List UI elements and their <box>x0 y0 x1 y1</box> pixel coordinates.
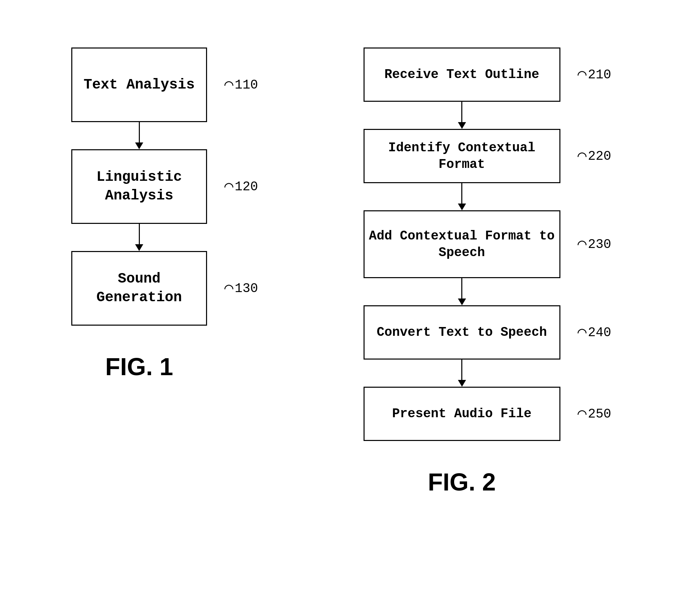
sound-generation-label: Sound Generation <box>72 270 206 307</box>
fig1-section: Text Analysis ⌒ 110 Linguistic Analysis … <box>20 27 258 596</box>
arrow-fig2-1 <box>458 102 466 129</box>
fig2-section: Receive Text Outline ⌒ 210 Identify Cont… <box>258 27 666 596</box>
convert-text-row: Convert Text to Speech ⌒ 240 <box>364 305 560 360</box>
sound-generation-ref: ⌒ 130 <box>224 281 258 296</box>
receive-text-label: Receive Text Outline <box>384 66 539 83</box>
add-contextual-ref: ⌒ 230 <box>578 237 611 252</box>
fig2-label: FIG. 2 <box>428 468 496 496</box>
linguistic-analysis-ref: ⌒ 120 <box>224 179 258 194</box>
linguistic-analysis-box: Linguistic Analysis <box>71 149 207 224</box>
tilde-120: ⌒ <box>224 179 234 194</box>
fig1-flow: Text Analysis ⌒ 110 Linguistic Analysis … <box>58 47 221 326</box>
text-analysis-box: Text Analysis <box>71 47 207 122</box>
ref-230: 230 <box>588 237 611 252</box>
tilde-230: ⌒ <box>578 237 587 252</box>
main-container: Text Analysis ⌒ 110 Linguistic Analysis … <box>0 0 686 616</box>
convert-text-box: Convert Text to Speech <box>364 305 560 360</box>
sound-generation-row: Sound Generation ⌒ 130 <box>71 251 207 326</box>
arrow-fig2-3 <box>458 278 466 305</box>
sound-generation-box: Sound Generation <box>71 251 207 326</box>
tilde-240: ⌒ <box>578 325 587 340</box>
arrow-2 <box>135 224 143 251</box>
present-audio-row: Present Audio File ⌒ 250 <box>364 387 560 441</box>
add-contextual-label: Add Contextual Format to Speech <box>365 228 559 261</box>
arrow-head-f2-1 <box>458 122 466 129</box>
ref-240: 240 <box>588 325 611 340</box>
arrow-head-f2-3 <box>458 299 466 305</box>
ref-110: 110 <box>235 78 258 92</box>
arrow-line-f2-3 <box>461 278 462 299</box>
ref-120: 120 <box>235 179 258 194</box>
receive-text-ref: ⌒ 210 <box>578 67 611 82</box>
present-audio-ref: ⌒ 250 <box>578 406 611 421</box>
present-audio-box: Present Audio File <box>364 387 560 441</box>
arrow-head-2 <box>135 244 143 251</box>
arrow-line-2 <box>139 224 140 244</box>
text-analysis-label: Text Analysis <box>84 76 195 94</box>
convert-text-ref: ⌒ 240 <box>578 325 611 340</box>
tilde-250: ⌒ <box>578 406 587 421</box>
present-audio-label: Present Audio File <box>392 405 531 422</box>
linguistic-analysis-label: Linguistic Analysis <box>72 168 206 205</box>
arrow-fig2-4 <box>458 360 466 387</box>
ref-130: 130 <box>235 281 258 296</box>
fig2-flow: Receive Text Outline ⌒ 210 Identify Cont… <box>343 47 581 441</box>
tilde-210: ⌒ <box>578 67 587 82</box>
ref-250: 250 <box>588 407 611 421</box>
ref-220: 220 <box>588 149 611 163</box>
fig1-label: FIG. 1 <box>105 353 173 381</box>
identify-contextual-box: Identify Contextual Format <box>364 129 560 183</box>
ref-210: 210 <box>588 68 611 82</box>
arrow-fig2-2 <box>458 183 466 210</box>
receive-text-row: Receive Text Outline ⌒ 210 <box>364 47 560 102</box>
identify-contextual-row: Identify Contextual Format ⌒ 220 <box>364 129 560 183</box>
tilde-220: ⌒ <box>578 149 587 163</box>
identify-contextual-ref: ⌒ 220 <box>578 149 611 163</box>
arrow-line-1 <box>139 122 140 142</box>
text-analysis-ref: ⌒ 110 <box>224 77 258 92</box>
arrow-head-1 <box>135 142 143 149</box>
convert-text-label: Convert Text to Speech <box>377 324 547 341</box>
arrow-line-f2-2 <box>461 183 462 204</box>
receive-text-box: Receive Text Outline <box>364 47 560 102</box>
tilde-110: ⌒ <box>224 77 234 92</box>
tilde-130: ⌒ <box>224 281 234 296</box>
arrow-line-f2-1 <box>461 102 462 122</box>
arrow-1 <box>135 122 143 149</box>
arrow-line-f2-4 <box>461 360 462 380</box>
add-contextual-row: Add Contextual Format to Speech ⌒ 230 <box>364 210 560 278</box>
arrow-head-f2-2 <box>458 204 466 210</box>
arrow-head-f2-4 <box>458 380 466 387</box>
add-contextual-box: Add Contextual Format to Speech <box>364 210 560 278</box>
identify-contextual-label: Identify Contextual Format <box>365 139 559 173</box>
text-analysis-row: Text Analysis ⌒ 110 <box>71 47 207 122</box>
linguistic-analysis-row: Linguistic Analysis ⌒ 120 <box>71 149 207 224</box>
